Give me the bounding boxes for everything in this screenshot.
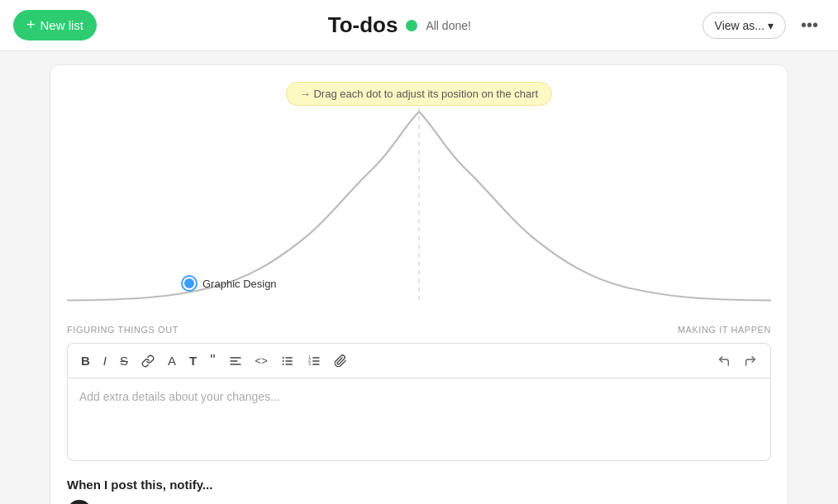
all-done-label: All done! bbox=[426, 19, 470, 32]
highlight-button[interactable]: A bbox=[163, 350, 181, 371]
chart-labels: FIGURING THINGS OUT MAKING IT HAPPEN bbox=[67, 320, 771, 343]
notify-section: When I post this, notify... Everyone who… bbox=[67, 478, 771, 504]
view-as-button[interactable]: View as... ▾ bbox=[702, 12, 786, 39]
page-title: To-dos bbox=[328, 12, 398, 38]
link-button[interactable] bbox=[136, 351, 160, 371]
redo-button[interactable] bbox=[739, 351, 762, 371]
more-options-button[interactable]: ••• bbox=[794, 12, 825, 38]
numbered-list-button[interactable]: 123 bbox=[302, 351, 326, 371]
undo-button[interactable] bbox=[712, 351, 736, 371]
dot-label: Graphic Design bbox=[202, 278, 277, 290]
chevron-down-icon: ▾ bbox=[768, 19, 774, 32]
chart-area: → Drag each dot to adjust its position o… bbox=[67, 82, 771, 313]
bold-button[interactable]: B bbox=[76, 350, 95, 371]
toolbar-right bbox=[712, 351, 762, 371]
font-size-button[interactable]: T bbox=[184, 350, 202, 371]
chart-svg bbox=[67, 82, 771, 313]
svg-text:3: 3 bbox=[308, 362, 311, 366]
notify-title: When I post this, notify... bbox=[67, 478, 771, 492]
plus-icon: + bbox=[26, 17, 36, 34]
quote-button[interactable]: " bbox=[205, 349, 220, 373]
more-icon: ••• bbox=[801, 16, 818, 34]
editor-body[interactable]: Add extra details about your changes... bbox=[67, 378, 771, 461]
attachment-button[interactable] bbox=[329, 351, 352, 371]
header-right: View as... ▾ ••• bbox=[702, 12, 825, 39]
new-list-label: New list bbox=[40, 18, 84, 32]
svg-point-7 bbox=[282, 357, 283, 359]
code-button[interactable]: <> bbox=[250, 351, 273, 370]
svg-point-9 bbox=[282, 364, 283, 365]
status-dot-icon bbox=[406, 20, 417, 31]
drag-tooltip: → Drag each dot to adjust its position o… bbox=[286, 82, 552, 106]
align-button[interactable] bbox=[224, 351, 247, 371]
italic-button[interactable]: I bbox=[98, 350, 112, 371]
strikethrough-button[interactable]: S bbox=[115, 350, 133, 371]
editor-toolbar: B I S A T " <> 123 bbox=[67, 343, 771, 378]
notify-row: Everyone who can see this project bbox=[67, 500, 771, 504]
new-list-button[interactable]: + New list bbox=[13, 10, 97, 40]
view-as-label: View as... bbox=[715, 19, 764, 32]
editor-placeholder: Add extra details about your changes... bbox=[79, 390, 280, 403]
svg-point-8 bbox=[282, 360, 283, 362]
card: → Drag each dot to adjust its position o… bbox=[50, 64, 788, 504]
main-content: → Drag each dot to adjust its position o… bbox=[0, 51, 838, 504]
chart-dot[interactable] bbox=[183, 277, 196, 290]
header: + New list To-dos All done! View as... ▾… bbox=[0, 0, 838, 51]
editor-container: B I S A T " <> 123 bbox=[67, 343, 771, 461]
chart-label-left: FIGURING THINGS OUT bbox=[67, 325, 179, 335]
chart-label-right: MAKING IT HAPPEN bbox=[678, 325, 771, 335]
notify-icon bbox=[67, 500, 92, 504]
bullet-list-button[interactable] bbox=[276, 351, 299, 371]
header-center: To-dos All done! bbox=[328, 12, 471, 38]
